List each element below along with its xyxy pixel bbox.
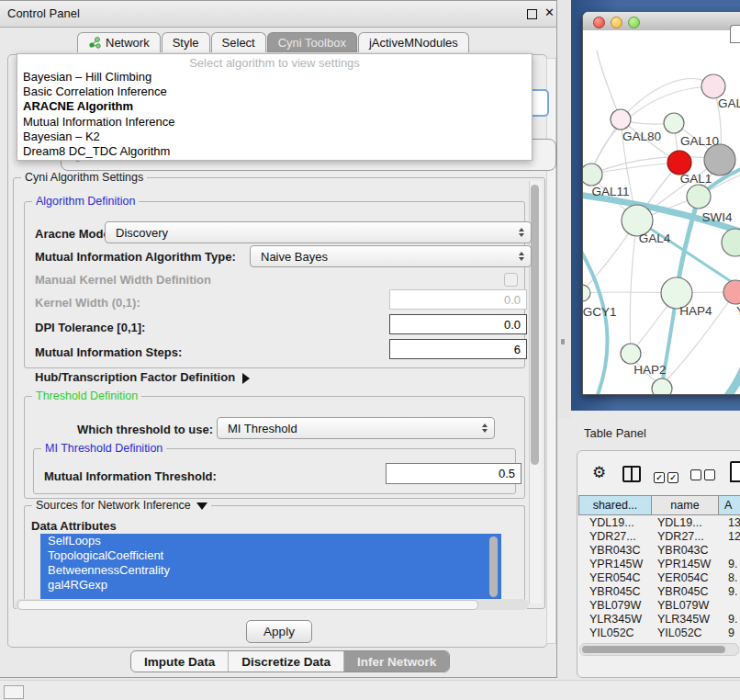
node-gal11[interactable] [583, 164, 602, 186]
document-icon[interactable] [730, 461, 740, 482]
settings-scrollbar-thumb[interactable] [531, 185, 539, 465]
table-row[interactable]: YBL079WYBL079W [577, 599, 740, 613]
table-hscrollbar-track[interactable] [579, 643, 739, 656]
mac-zoom-icon[interactable] [628, 17, 640, 28]
kernel-width-value: 0.0 [504, 293, 521, 307]
network-view-window: GAL GAL80 GAL10 GAL1 GAL11 SWI4 GAL4 GCY… [582, 11, 740, 395]
kernel-width-field[interactable]: 0.0 [389, 289, 527, 310]
minimized-panel-icon[interactable] [4, 685, 24, 699]
hub-definition-expander[interactable]: Hub/Transcription Factor Definition [35, 370, 250, 384]
attribute-item-selected[interactable]: SelfLoops [40, 534, 501, 548]
dropdown-item[interactable]: Mutual Information Inference [17, 115, 532, 130]
data-attributes-label: Data Attributes [31, 519, 117, 533]
float-window-icon[interactable] [527, 9, 537, 19]
apply-button[interactable]: Apply [246, 620, 312, 643]
mi-steps-value: 6 [514, 343, 521, 356]
label-hap2: HAP2 [633, 363, 666, 377]
tab-jactivemnodules-label: jActiveMNodules [369, 36, 458, 50]
divider-drag-handle[interactable] [561, 339, 565, 344]
table-row[interactable]: YIL052CYIL052C9 [577, 627, 740, 640]
which-threshold-combo[interactable]: MI Threshold [217, 417, 495, 439]
network-canvas[interactable]: GAL GAL80 GAL10 GAL1 GAL11 SWI4 GAL4 GCY… [583, 30, 740, 394]
node-gal10[interactable] [664, 113, 684, 133]
network-graph: GAL GAL80 GAL10 GAL1 GAL11 SWI4 GAL4 GCY… [583, 30, 740, 394]
sources-title-text: Sources for Network Inference [36, 499, 191, 512]
tab-infer-network[interactable]: Infer Network [343, 651, 449, 672]
mi-steps-field[interactable]: 6 [389, 339, 527, 359]
table-row[interactable]: YDR27...YDR27...12 [577, 530, 740, 544]
panel-divider[interactable] [557, 0, 571, 418]
aracne-mode-label: Aracne Mode: [35, 227, 114, 241]
network-icon [88, 37, 101, 49]
network-window-titlebar[interactable] [583, 12, 740, 31]
table-row[interactable]: YBR043CYBR043C [577, 544, 740, 558]
manual-kernel-checkbox[interactable] [504, 273, 518, 287]
node-pink-top[interactable] [701, 74, 725, 98]
tab-jactivemnodules[interactable]: jActiveMNodules [358, 32, 469, 52]
status-strip [0, 680, 740, 700]
aracne-mode-combo[interactable]: Discovery [105, 221, 532, 243]
tab-cyni-toolbox[interactable]: Cyni Toolbox [267, 32, 357, 52]
table-hscrollbar-thumb[interactable] [582, 646, 725, 653]
tab-network[interactable]: Network [77, 32, 161, 52]
dropdown-item[interactable]: Dream8 DC_TDC Algorithm [17, 144, 532, 159]
tab-select[interactable]: Select [211, 32, 266, 52]
checked-boxes-icon[interactable]: ✓✓ [654, 468, 681, 484]
table-row[interactable]: YLR345WYLR345W9. [577, 613, 740, 627]
settings-hscrollbar-track[interactable] [15, 599, 529, 610]
mi-threshold-field[interactable]: 0.5 [386, 463, 521, 484]
tab-style[interactable]: Style [162, 32, 210, 52]
columns-icon[interactable] [622, 466, 641, 482]
settings-group-title: Cyni Algorithm Settings [21, 171, 147, 184]
label-hap4: HAP4 [679, 304, 712, 318]
column-header-label: A [724, 499, 732, 512]
node-swi4[interactable] [687, 185, 711, 209]
attribute-list-scrollbar-thumb[interactable] [489, 536, 498, 597]
settings-hscrollbar-thumb[interactable] [17, 600, 478, 610]
dropdown-item[interactable]: Bayesian – Hill Climbing [17, 70, 532, 85]
spinner-arrows-icon [519, 228, 524, 237]
unchecked-boxes-icon[interactable] [690, 468, 718, 484]
dropdown-item[interactable]: Bayesian – K2 [17, 130, 532, 144]
manual-kernel-label: Manual Kernel Width Definition [35, 273, 211, 287]
tab-impute-data[interactable]: Impute Data [131, 651, 228, 672]
mi-threshold-label: Mutual Information Threshold: [44, 469, 217, 483]
node-salmon[interactable] [723, 280, 740, 304]
hub-definition-label: Hub/Transcription Factor Definition [35, 370, 235, 384]
dpi-tolerance-value: 0.0 [504, 318, 521, 332]
node-green-right[interactable] [722, 229, 740, 256]
node-hap2[interactable] [621, 344, 641, 364]
node-green-bottom[interactable] [652, 378, 672, 394]
control-panel-window: Control Panel ✕ Network Style Select [0, 0, 557, 678]
mi-type-combo[interactable]: Naive Bayes [250, 245, 532, 267]
column-header-shared-name[interactable]: shared... [578, 495, 652, 515]
table-row[interactable]: YDL19...YDL19...13 [577, 516, 740, 530]
column-header-name[interactable]: name [652, 495, 719, 515]
mac-close-icon[interactable] [593, 17, 605, 28]
apply-button-label: Apply [263, 625, 295, 638]
node-gcy1[interactable] [583, 285, 590, 301]
label-gcy1: GCY1 [583, 305, 616, 319]
gear-icon[interactable]: ⚙ [592, 463, 606, 481]
column-header-label: name [670, 499, 699, 512]
attribute-item-selected[interactable]: BetweennessCentrality [40, 563, 501, 578]
table-row[interactable]: YBR045CYBR045C9. [577, 585, 740, 599]
attribute-item-selected[interactable]: gal4RGexp [40, 578, 501, 593]
node-gray[interactable] [704, 144, 735, 175]
dpi-tolerance-field[interactable]: 0.0 [389, 314, 527, 334]
which-threshold-value: MI Threshold [228, 422, 297, 435]
attribute-item-selected[interactable]: TopologicalCoefficient [40, 548, 501, 563]
dropdown-item[interactable]: Basic Correlation Inference [17, 85, 532, 99]
dropdown-item-highlighted[interactable]: ARACNE Algorithm [17, 99, 532, 114]
mi-type-value: Naive Bayes [261, 250, 328, 264]
table-row[interactable]: YPR145WYPR145W9. [577, 558, 740, 571]
column-header-cut[interactable]: A [719, 495, 740, 515]
tab-discretize-data-label: Discretize Data [241, 655, 331, 669]
node-gal80[interactable] [611, 109, 631, 130]
mac-minimize-icon[interactable] [611, 17, 622, 28]
table-row[interactable]: YER054CYER054C8. [577, 571, 740, 585]
column-header-label: shared... [593, 499, 638, 512]
tab-discretize-data[interactable]: Discretize Data [228, 651, 343, 672]
sources-group-title[interactable]: Sources for Network Inference [32, 499, 211, 512]
close-icon[interactable]: ✕ [544, 6, 555, 19]
